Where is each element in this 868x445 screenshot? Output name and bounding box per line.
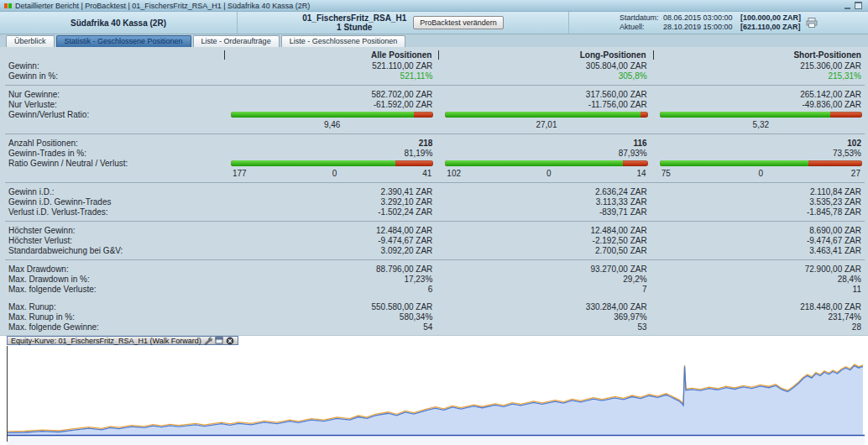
stat-row: Gewinn i.D. Gewinn-Trades3.292,10 ZAR3.1… [0,196,868,207]
stat-value: 3.463,41 ZAR [654,246,868,255]
aktuell-label: Aktuell: [620,23,663,32]
stat-label: Max. folgende Gewinne: [0,322,225,332]
stat-value: 369,97% [439,312,653,322]
section-divider [0,129,868,138]
strategy-timeframe: 1 Stunde [302,23,406,32]
win-count: 102 [447,169,461,178]
stat-value: 330.284,00 ZAR [439,302,653,312]
tab-bar: ÜberblickStatistik - Geschlossene Positi… [0,34,868,47]
aktuell-value: 28.10.2019 15:00:00 [663,23,740,32]
stat-value: 2.700,50 ZAR [439,246,653,255]
stat-row: Max. Runup in %:580,34%369,97%231,74% [0,312,868,322]
statistics-table: Alle PositionenLong-PositionenShort-Posi… [0,47,868,335]
ratio-bar [445,112,647,118]
stat-row: Max. Runup:550.580,00 ZAR330.284,00 ZAR2… [0,301,868,312]
stat-value: 3.113,33 ZAR [439,197,653,207]
stat-label: Ratio Gewinn / Neutral / Verlust: [0,159,225,168]
stat-row: Standardabweichung bei G&V:3.092,20 ZAR2… [0,245,868,255]
stat-value: 102 [654,139,868,148]
settings-wrench-icon[interactable] [204,337,212,345]
stat-value: -9.474,67 ZAR [225,236,439,245]
stat-label: Gewinn-Trades in %: [0,149,225,158]
minimize-icon[interactable] [844,2,850,9]
section-divider [0,217,868,225]
ratio-value: 9,46 [225,120,439,129]
win-neutral-loss-values: 102014 [439,169,653,178]
stat-label: Gewinn: [0,61,225,71]
loss-count: 14 [637,169,646,178]
printer-icon[interactable] [806,18,818,28]
neutral-count: 0 [759,169,764,178]
stat-label: Gewinn/Verlust Ratio: [0,110,225,119]
stat-row: Max. Drawdown in %:17,23%29,2%28,4% [0,274,868,284]
stat-value: 218.448,00 ZAR [654,302,868,312]
stat-value: 550.580,00 ZAR [225,302,439,312]
section-divider [0,178,868,186]
maximize-window-icon[interactable] [215,337,223,344]
instrument-title: Südafrika 40 Kassa (2R) [0,12,238,34]
equity-curve-chart[interactable] [7,345,865,445]
ratio-bar-cell [439,112,653,118]
equity-panel-header[interactable]: Equity-Kurve: 01_FischersFritz_RSA_H1 (W… [7,336,238,345]
ratio-bar-green [660,160,808,166]
window-titlebar[interactable]: Detaillierter Bericht | ProBacktest | 01… [0,0,868,12]
stat-value: 521,11% [225,71,439,81]
stat-row: Anzahl Positionen:218116102 [0,138,868,148]
ratio-bar [231,112,433,118]
ratio-bar-cell [225,112,439,118]
tab-statistik-geschlossene-positionen[interactable]: Statistik - Geschlossene Positionen [56,35,191,47]
stat-value: -1.845,78 ZAR [654,207,868,217]
stat-value: 11 [654,285,868,294]
ratio-value: 27,01 [439,120,653,129]
loss-count: 27 [851,169,860,178]
stats-header-label-cell [0,50,225,60]
report-header: Südafrika 40 Kassa (2R) 01_FischersFritz… [0,12,868,34]
loss-count: 41 [422,169,431,178]
ratio-bar-green [231,112,414,118]
stat-value: 6 [225,285,439,294]
tab-liste-orderaufträge[interactable]: Liste - Orderaufträge [193,35,280,47]
startdatum-value: 08.06.2015 03:00:00 [663,13,740,23]
tab-überblick[interactable]: Überblick [6,35,55,47]
aktuell-amount: [621.110,00 ZAR] [740,23,801,32]
tab-liste-geschlossene-positionen[interactable]: Liste - Geschlossene Positionen [281,35,406,47]
ratio-bar [445,160,647,166]
ratio-bar-cell [654,160,868,166]
stat-label: Max. Runup in %: [0,312,225,322]
stat-value: -9.474,67 ZAR [654,236,868,245]
win-neutral-loss-values: 177041 [225,169,439,178]
date-summary: Startdatum: 08.06.2015 03:00:00 [100.000… [620,13,801,32]
stat-value: -11.756,00 ZAR [439,100,653,109]
stat-value: 29,2% [439,275,653,284]
ratio-value: 5,32 [654,120,868,129]
ratio-bar [660,112,862,118]
stat-value: 305.804,00 ZAR [439,61,653,71]
stat-value: 265.142,00 ZAR [654,90,868,99]
stat-value: 231,74% [654,312,868,322]
stat-label: Höchster Gewinn: [0,226,225,235]
window-title: Detaillierter Bericht | ProBacktest | 01… [15,2,310,10]
stat-value: 87,93% [439,149,653,158]
stat-value: 12.484,00 ZAR [439,226,653,235]
stat-value: 2.110,84 ZAR [654,187,868,196]
close-icon[interactable] [226,337,234,345]
stat-label: Max. Drawdown in %: [0,275,225,284]
stat-label: Max. Runup: [0,302,225,312]
stat-value: 116 [439,139,653,148]
stat-value: -61.592,00 ZAR [225,100,439,109]
probacktest-veraendern-button[interactable]: ProBacktest verändern [413,16,504,29]
stat-label: Max Drawdown: [0,264,225,274]
strategy-title: 01_FischersFritz_RSA_H1 1 Stunde [302,13,406,32]
neutral-count: 0 [332,169,337,178]
column-header-long-positionen: Long-Positionen [439,50,653,60]
stat-value: 88.796,00 ZAR [225,264,439,274]
stat-value: 3.292,10 ZAR [225,197,439,207]
stat-value: -49.836,00 ZAR [654,100,868,109]
restore-icon[interactable] [855,2,862,9]
section-divider [0,81,868,89]
stat-value: 3.092,20 ZAR [225,246,439,255]
stat-label: Max. folgende Verluste: [0,285,225,294]
stat-value: 72.900,00 ZAR [654,264,868,274]
stat-value: 73,53% [654,149,868,158]
ratio-bar-cell [439,160,653,166]
